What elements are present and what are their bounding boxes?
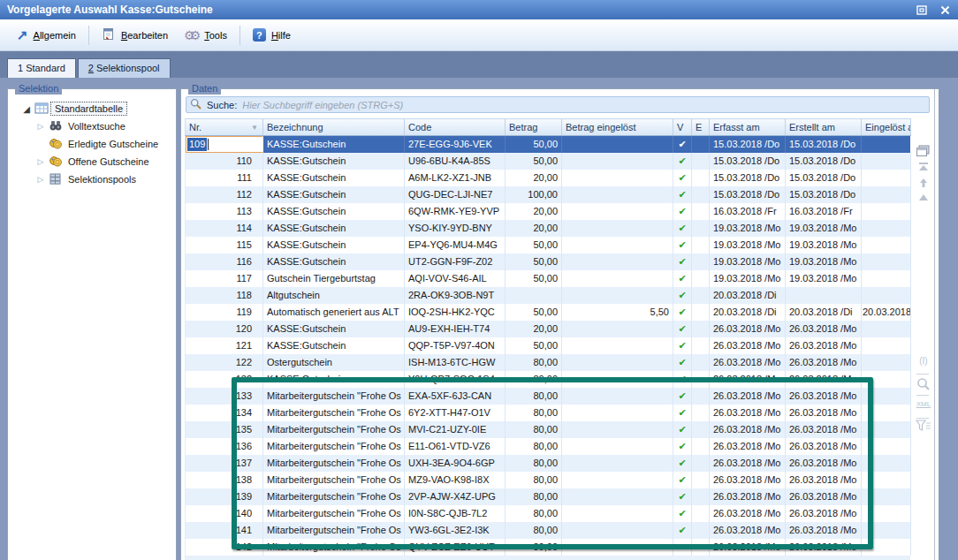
tab-2-selektionspool[interactable]: 2 Selektionspool (78, 58, 171, 78)
column-header-eing[interactable]: Eingelöst a (862, 119, 911, 135)
table-row[interactable]: 132KASSE:GutscheinY0U-QP7-SOC-1S480,00✔2… (186, 371, 910, 388)
cell-erf: 26.03.2018 /Mo (710, 405, 786, 421)
check-icon: ✔ (678, 239, 686, 250)
restore-icon[interactable] (916, 4, 928, 16)
scroll-page-up-icon[interactable] (915, 178, 932, 190)
scroll-up-icon[interactable] (915, 193, 932, 204)
scrollbar-track[interactable] (934, 89, 939, 560)
cell-erf: 26.03.2018 /Mo (710, 354, 786, 371)
tree-item-volltextsuche[interactable]: ▷Volltextsuche (8, 117, 176, 135)
search-bar[interactable]: Suche: (186, 96, 930, 113)
column-header-bez[interactable]: Bezeichnung (263, 119, 405, 135)
table-row[interactable]: 120KASSE:GutscheinAU9-EXH-IEH-T7420,00✔2… (186, 321, 910, 337)
menu-item-label: Bearbeiten (121, 30, 168, 41)
column-header-erf[interactable]: Erfasst am (710, 119, 786, 135)
table-row[interactable]: 115KASSE:GutscheinEP4-YQ6-MU4-M4G50,00✔1… (186, 237, 910, 254)
table-row[interactable]: 133Mitarbeitergutschein "Frohe OsEXA-5XF… (186, 388, 910, 405)
xml-export-icon[interactable]: XML (915, 400, 932, 408)
column-header-nr[interactable]: Nr.▼ (186, 119, 263, 135)
cell-nr: 142 (186, 539, 263, 556)
cell-code: Y0U-QP7-SOC-1S4 (405, 371, 506, 388)
filter-icon[interactable] (915, 420, 932, 434)
table-row[interactable]: 117Gutschein TiergeburtstagAQI-VOV-S46-A… (186, 270, 910, 287)
column-chooser-icon[interactable] (915, 144, 932, 159)
expander-closed-icon[interactable]: ▷ (34, 122, 47, 131)
check-icon: ✔ (678, 357, 686, 367)
nr-inline-editor[interactable]: 109 (186, 136, 263, 153)
tab-1-standard[interactable]: 1 Standard (7, 58, 76, 78)
menu-item-tools[interactable]: ⚙⚙Tools (176, 24, 235, 47)
table-row[interactable]: 110KASSE:GutscheinU96-6BU-K4A-85S50,00✔1… (186, 153, 910, 170)
cell-nr: 141 (186, 522, 263, 539)
column-header-code[interactable]: Code (405, 119, 506, 135)
close-icon[interactable] (939, 4, 951, 16)
column-header-e[interactable]: E (692, 119, 710, 135)
table-row[interactable]: 135Mitarbeitergutschein "Frohe OsMVI-C21… (186, 421, 910, 438)
coins-icon (47, 155, 65, 169)
table-row[interactable]: 121KASSE:GutscheinQQP-T5P-V97-4ON50,00✔2… (186, 337, 910, 354)
search-input[interactable] (242, 100, 925, 110)
check-icon: ✔ (678, 155, 686, 166)
table-row[interactable]: 116KASSE:GutscheinUT2-GGN-F9F-Z0250,00✔1… (186, 254, 910, 270)
cell-erf: 26.03.2018 /Mo (710, 438, 786, 455)
table-row[interactable]: 139Mitarbeitergutschein "Frohe Os2VP-AJW… (186, 488, 910, 505)
table-row[interactable]: 137Mitarbeitergutschein "Frohe OsUXH-3EA… (186, 455, 910, 472)
menu-item-allgemein[interactable]: ↗Allgemein (9, 24, 84, 47)
tree-item-standardtabelle[interactable]: ◢Standardtabelle (8, 100, 176, 117)
table-row[interactable]: 113KASSE:Gutschein6QW-RMK-YE9-YVP20,00✔1… (186, 203, 910, 220)
expander-closed-icon[interactable]: ▷ (34, 175, 47, 184)
table-row[interactable]: 114KASSE:GutscheinYSO-KIY-9YD-BNY20,00✔1… (186, 220, 910, 237)
expander-open-icon[interactable]: ◢ (20, 104, 33, 114)
column-header-v[interactable]: V (673, 119, 692, 135)
menu-item-hilfe[interactable]: ?Hilfe (245, 24, 299, 47)
table-row[interactable]: 109KASSE:Gutschein27E-EGG-9J6-VEK50,00✔1… (186, 136, 910, 153)
menu-item-bearbeiten[interactable]: Bearbeiten (94, 24, 176, 47)
table-row[interactable]: 140Mitarbeitergutschein "Frohe OsI0N-S8C… (186, 505, 910, 522)
zoom-search-icon[interactable] (915, 377, 932, 393)
check-icon: ✔ (678, 474, 686, 485)
cell-v: ✔ (673, 337, 692, 354)
check-icon: ✔ (678, 139, 686, 149)
cell-e (692, 304, 710, 321)
column-header-erst[interactable]: Erstellt am (786, 119, 862, 135)
check-icon: ✔ (678, 323, 686, 334)
cell-being (562, 270, 673, 287)
cell-v: ✔ (673, 438, 692, 455)
column-header-being[interactable]: Betrag eingelöst (562, 119, 673, 135)
cell-betrag: 100,00 (506, 186, 562, 203)
cell-eing (862, 505, 911, 522)
cell-eing (862, 220, 911, 237)
table-row[interactable]: 136Mitarbeitergutschein "Frohe OsE11-O61… (186, 438, 910, 455)
column-width-icon[interactable]: (I) (915, 356, 932, 366)
cell-bez: Mitarbeitergutschein "Frohe Os (263, 438, 405, 455)
table-row[interactable]: 122OstergutscheinISH-M13-6TC-HGW80,00✔26… (186, 354, 910, 371)
check-icon: ✔ (678, 172, 686, 183)
column-header-betrag[interactable]: Betrag (506, 119, 562, 135)
table-row[interactable]: 138Mitarbeitergutschein "Frohe OsMZ9-VAO… (186, 472, 910, 488)
table-row[interactable]: 142Mitarbeitergutschein "Frohe OsQYV-ZCZ… (186, 539, 910, 556)
cell-bez: Mitarbeitergutschein "Frohe Os (263, 472, 405, 488)
cell-v: ✔ (673, 321, 692, 337)
table-row[interactable]: 134Mitarbeitergutschein "Frohe Os6Y2-XTT… (186, 405, 910, 421)
cell-e (692, 270, 710, 287)
cell-erf: 19.03.2018 /Mo (710, 237, 786, 254)
cell-nr: 140 (186, 505, 263, 522)
cell-being: 5,50 (562, 304, 673, 321)
cell-erst: 26.03.2018 /Mo (786, 488, 862, 505)
table-row[interactable]: 119Automatisch generiert aus ALTIOQ-2SH-… (186, 304, 910, 321)
tree-item-selektionspools[interactable]: ▷Selektionspools (8, 170, 176, 188)
cell-e (692, 186, 710, 203)
table-row[interactable]: 111KASSE:GutscheinA6M-LK2-XZ1-JNB20,00✔1… (186, 170, 910, 186)
cell-betrag: 50,00 (506, 304, 562, 321)
cell-eing (862, 539, 911, 556)
tree-item-erledigte-gutscheine[interactable]: Erledigte Gutscheine (8, 135, 176, 153)
cell-code: QUG-DEC-LJI-NE7 (405, 186, 506, 203)
table-row[interactable]: 141Mitarbeitergutschein "Frohe OsYW3-6GL… (186, 522, 910, 539)
column-header-label: Erfasst am (713, 122, 760, 132)
expander-closed-icon[interactable]: ▷ (34, 157, 47, 166)
table-row[interactable]: 112KASSE:GutscheinQUG-DEC-LJI-NE7100,00✔… (186, 186, 910, 203)
scroll-to-top-icon[interactable] (915, 162, 932, 174)
table-row[interactable]: 118Altgutschein2RA-OK9-3OB-N9T✔20.03.201… (186, 287, 910, 304)
tree-item-offene-gutscheine[interactable]: ▷Offene Gutscheine (8, 153, 176, 170)
cell-being (562, 421, 673, 438)
